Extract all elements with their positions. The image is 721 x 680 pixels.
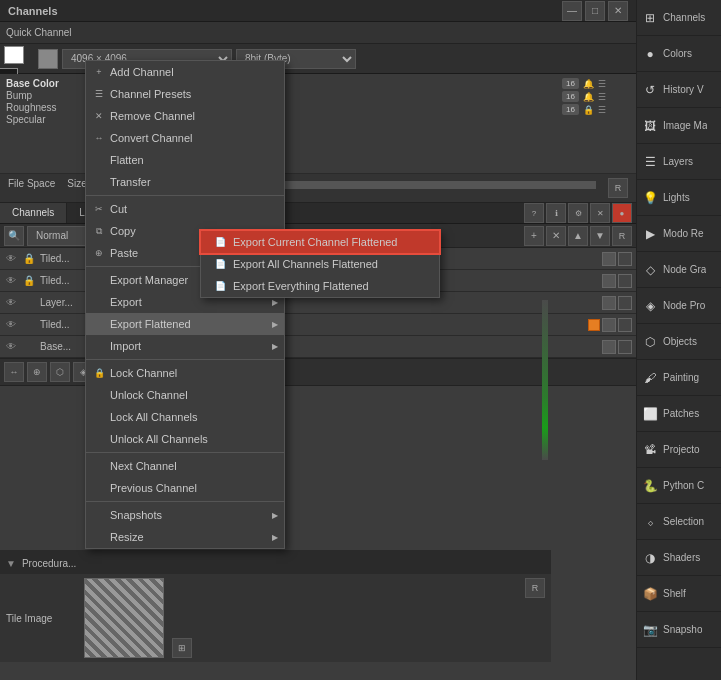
submenu-export-all[interactable]: 📄 Export All Channels Flattened — [201, 253, 439, 275]
sidebar-item-shaders[interactable]: ◑ Shaders — [637, 540, 721, 576]
checker-swatch — [38, 49, 58, 69]
panel-settings-btn[interactable]: ⚙ — [568, 203, 588, 223]
sidebar-item-painting[interactable]: 🖌 Painting — [637, 360, 721, 396]
export-everything-icon: 📄 — [213, 279, 227, 293]
sidebar-label-11: Patches — [663, 408, 699, 419]
sidebar-label-16: Shelf — [663, 588, 686, 599]
action-1[interactable]: ↔ — [4, 362, 24, 382]
sidebar-item-patches[interactable]: ⬜ Patches — [637, 396, 721, 432]
menu-remove-channel[interactable]: ✕ Remove Channel — [86, 105, 284, 127]
layer-2-thumb — [602, 274, 616, 288]
layer-2-mask — [618, 274, 632, 288]
menu-convert-channel[interactable]: ↔ Convert Channel — [86, 127, 284, 149]
sidebar-item-python-c[interactable]: 🐍 Python C — [637, 468, 721, 504]
tile-thumbnail — [84, 578, 164, 658]
layer-5-thumb — [602, 340, 616, 354]
r-btn-layer[interactable]: R — [612, 226, 632, 246]
sidebar-item-snapsho[interactable]: 📷 Snapsho — [637, 612, 721, 648]
list-icon-2: ☰ — [598, 92, 606, 102]
sidebar-item-selection[interactable]: ⬦ Selection — [637, 504, 721, 540]
sidebar-label-6: Modo Re — [663, 228, 704, 239]
menu-add-channel[interactable]: + Add Channel — [86, 61, 284, 83]
r-btn[interactable]: R — [608, 178, 628, 198]
panel-info-btn[interactable]: ℹ — [546, 203, 566, 223]
sidebar-item-history-v[interactable]: ↺ History V — [637, 72, 721, 108]
sidebar-item-node-pro[interactable]: ◈ Node Pro — [637, 288, 721, 324]
menu-snapshots[interactable]: Snapshots — [86, 504, 284, 526]
panel-red-btn[interactable]: ● — [612, 203, 632, 223]
maximize-btn[interactable]: □ — [585, 1, 605, 21]
lock-2: 🔒 — [22, 274, 36, 288]
sidebar-item-shelf[interactable]: 📦 Shelf — [637, 576, 721, 612]
menu-lock-all-channels[interactable]: Lock All Channels — [86, 406, 284, 428]
menu-unlock-channel[interactable]: Unlock Channel — [86, 384, 284, 406]
menu-unlock-all-channels[interactable]: Unlock All Channels — [86, 428, 284, 450]
sidebar-item-lights[interactable]: 💡 Lights — [637, 180, 721, 216]
menu-channel-presets[interactable]: ☰ Channel Presets — [86, 83, 284, 105]
sidebar-item-colors[interactable]: ● Colors — [637, 36, 721, 72]
sidebar-icon-16: 📦 — [641, 585, 659, 603]
minimize-btn[interactable]: — — [562, 1, 582, 21]
submenu-export-current[interactable]: 📄 Export Current Channel Flattened — [201, 231, 439, 253]
channels-titlebar: Channels — □ ✕ — [0, 0, 636, 22]
quick-channel-bar: Quick Channel — [0, 22, 636, 44]
collapse-icon[interactable]: ▼ — [6, 558, 16, 569]
delete-layer-btn[interactable]: ✕ — [546, 226, 566, 246]
lock-icon-3: 🔒 — [583, 105, 594, 115]
right-sidebar: ⊞ Channels ● Colors ↺ History V 🖼 Image … — [636, 0, 721, 680]
tile-action-btn[interactable]: ⊞ — [172, 638, 192, 658]
sidebar-icon-5: 💡 — [641, 189, 659, 207]
move-up-btn[interactable]: ▲ — [568, 226, 588, 246]
add-layer-btn[interactable]: + — [524, 226, 544, 246]
sidebar-item-layers[interactable]: ☰ Layers — [637, 144, 721, 180]
lock-channel-icon: 🔒 — [92, 366, 106, 380]
menu-convert-channel-label: Convert Channel — [110, 132, 193, 144]
action-2[interactable]: ⊕ — [27, 362, 47, 382]
sidebar-icon-17: 📷 — [641, 621, 659, 639]
panel-close-btn[interactable]: ✕ — [590, 203, 610, 223]
export-flat-icon — [92, 317, 106, 331]
sidebar-item-objects[interactable]: ⬡ Objects — [637, 324, 721, 360]
file-space-label: File Space — [8, 178, 55, 198]
menu-transfer-label: Transfer — [110, 176, 151, 188]
sidebar-item-channels[interactable]: ⊞ Channels — [637, 0, 721, 36]
submenu-export-everything[interactable]: 📄 Export Everything Flattened — [201, 275, 439, 297]
r-btn-procedural[interactable]: R — [525, 578, 545, 598]
menu-export-manager-label: Export Manager — [110, 274, 188, 286]
tab-channels[interactable]: Channels — [0, 203, 67, 223]
sidebar-label-12: Projecto — [663, 444, 700, 455]
menu-lock-channel[interactable]: 🔒 Lock Channel — [86, 362, 284, 384]
action-3[interactable]: ⬡ — [50, 362, 70, 382]
remove-channel-icon: ✕ — [92, 109, 106, 123]
search-icon[interactable]: 🔍 — [4, 226, 24, 246]
sidebar-label-2: History V — [663, 84, 704, 95]
menu-transfer[interactable]: Transfer — [86, 171, 284, 193]
sidebar-item-image-ma[interactable]: 🖼 Image Ma — [637, 108, 721, 144]
menu-cut[interactable]: ✂ Cut — [86, 198, 284, 220]
layer-4-mask — [618, 318, 632, 332]
menu-flatten[interactable]: Flatten — [86, 149, 284, 171]
menu-resize[interactable]: Resize — [86, 526, 284, 548]
sidebar-item-node-gra[interactable]: ◇ Node Gra — [637, 252, 721, 288]
move-down-btn[interactable]: ▼ — [590, 226, 610, 246]
menu-import[interactable]: Import — [86, 335, 284, 357]
sidebar-item-projecto[interactable]: 📽 Projecto — [637, 432, 721, 468]
list-icon-3: ☰ — [598, 105, 606, 115]
menu-export-flattened[interactable]: Export Flattened — [86, 313, 284, 335]
menu-export-label: Export — [110, 296, 142, 308]
foreground-swatch[interactable] — [4, 46, 24, 64]
menu-prev-channel[interactable]: Previous Channel — [86, 477, 284, 499]
sidebar-icon-4: ☰ — [641, 153, 659, 171]
context-menu-overlay: + Add Channel ☰ Channel Presets ✕ Remove… — [85, 60, 285, 549]
channel-badge-row-3: 16 🔒 ☰ — [562, 104, 606, 115]
submenu-export-all-label: Export All Channels Flattened — [233, 258, 378, 270]
close-btn[interactable]: ✕ — [608, 1, 628, 21]
sep-5 — [86, 501, 284, 502]
sidebar-label-0: Channels — [663, 12, 705, 23]
flatten-icon — [92, 153, 106, 167]
sep-1 — [86, 195, 284, 196]
sidebar-item-modo-re[interactable]: ▶ Modo Re — [637, 216, 721, 252]
panel-q-btn[interactable]: ? — [524, 203, 544, 223]
menu-next-channel-label: Next Channel — [110, 460, 177, 472]
menu-next-channel[interactable]: Next Channel — [86, 455, 284, 477]
